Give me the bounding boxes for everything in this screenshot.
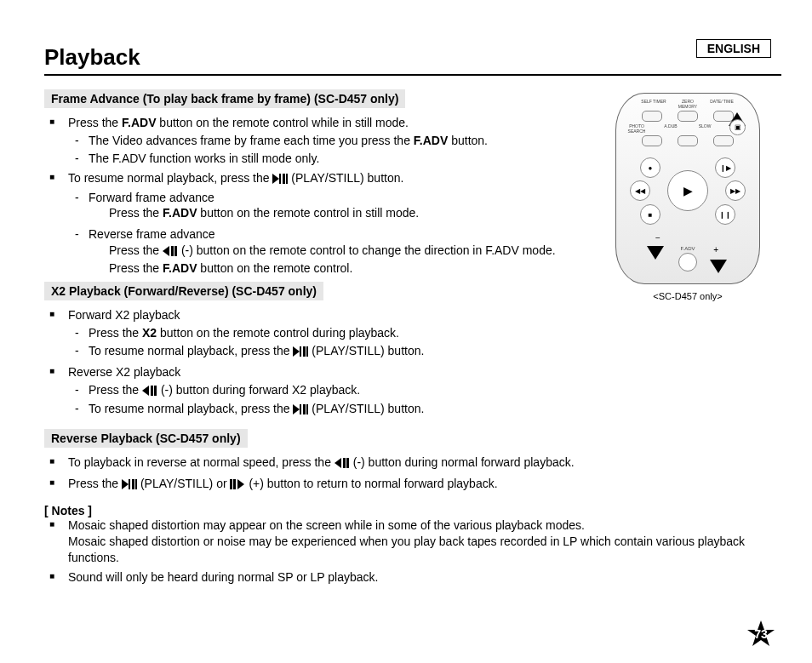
svg-rect-20	[346, 458, 349, 468]
x2-item-1-d2: To resume normal playback, press the (PL…	[68, 343, 587, 361]
page-number: 73	[754, 627, 768, 641]
remote-btn-x2: ▣	[729, 119, 746, 135]
heading-reverse: Reverse Playback (SC-D457 only)	[44, 429, 248, 448]
remote-fadv-area: F.ADV	[678, 246, 697, 271]
remote-btn-play: ▶	[667, 170, 708, 211]
remote-label-fadv: F.ADV	[680, 246, 695, 251]
x2-item-2-d2: To resume normal playback, press the (PL…	[68, 401, 587, 419]
reverse-pause-icon	[142, 384, 157, 400]
fa-item-2: To resume normal playback, press the (PL…	[44, 170, 587, 277]
svg-rect-12	[151, 386, 153, 396]
remote-btn-zero-memory	[678, 111, 698, 122]
svg-rect-9	[303, 346, 306, 357]
svg-marker-21	[122, 479, 129, 489]
remote-btn-pause: ❙❙	[715, 204, 735, 225]
reverse-item-1: To playback in reverse at normal speed, …	[44, 454, 781, 472]
svg-marker-14	[293, 404, 300, 414]
fa-item-1-d2: The F.ADV function works in still mode o…	[68, 151, 587, 167]
remote-btn-self-timer	[642, 111, 662, 122]
svg-rect-13	[154, 386, 157, 396]
figure-column: SELF TIMER ZERO MEMORY DATE/ TIME PHOTO …	[594, 84, 781, 424]
page-number-badge: 73	[747, 620, 775, 648]
remote-btn-stop: ■	[640, 204, 660, 225]
figure-caption: <SC-D457 only>	[594, 291, 781, 301]
fa-item-1: Press the F.ADV button on the remote con…	[44, 115, 587, 167]
fa-item-2-d1: Forward frame advance Press the F.ADV bu…	[68, 190, 587, 222]
x2-item-2-d1: Press the (-) button during forward X2 p…	[68, 382, 587, 400]
svg-rect-1	[279, 174, 281, 184]
svg-rect-2	[283, 174, 285, 184]
play-still-icon	[293, 345, 308, 361]
svg-marker-7	[293, 346, 300, 357]
svg-marker-0	[272, 174, 279, 184]
reverse-pause-icon	[163, 244, 178, 260]
remote-btn-slow	[713, 135, 734, 146]
svg-marker-27	[237, 479, 244, 489]
main-area: Frame Advance (To play back frame by fra…	[44, 84, 781, 424]
svg-rect-5	[171, 246, 174, 256]
fa-item-2-d2: Reverse frame advance Press the (-) butt…	[68, 226, 587, 277]
svg-rect-15	[300, 404, 301, 414]
x2-item-2: Reverse X2 playback Press the (-) button…	[44, 364, 587, 420]
remote-label-photo-search: PHOTO SEARCH	[623, 123, 650, 134]
remote-label-self-timer: SELF TIMER	[640, 99, 667, 109]
svg-marker-11	[142, 386, 149, 396]
svg-rect-10	[306, 346, 308, 357]
title-rule	[44, 74, 781, 76]
remote-btn-frame-forward: ❙▶	[715, 157, 735, 178]
notes-list: Mosaic shaped distortion may appear on t…	[44, 517, 781, 586]
forward-pause-icon	[230, 477, 245, 494]
remote-btn-rec: ●	[640, 157, 660, 178]
x2-list: Forward X2 playback Press the X2 button …	[44, 307, 587, 419]
remote-plus-label: +	[713, 245, 718, 254]
play-still-icon	[293, 403, 308, 419]
remote-btn-photo-search	[642, 135, 662, 146]
remote-label-date-time: DATE/ TIME	[708, 99, 735, 109]
remote-control-diagram: SELF TIMER ZERO MEMORY DATE/ TIME PHOTO …	[615, 93, 760, 284]
svg-rect-8	[300, 346, 301, 357]
play-still-icon	[122, 477, 137, 494]
text-column: Frame Advance (To play back frame by fra…	[44, 84, 587, 424]
remote-btn-fadv	[678, 253, 697, 271]
x2-item-1-d1: Press the X2 button on the remote contro…	[68, 325, 587, 341]
notes-title: [ Notes ]	[44, 504, 781, 517]
language-label: ENGLISH	[696, 39, 771, 58]
remote-label-zero-memory: ZERO MEMORY	[674, 99, 701, 109]
reverse-section: Reverse Playback (SC-D457 only) To playb…	[44, 429, 781, 494]
remote-label-slow: SLOW	[691, 123, 718, 134]
svg-rect-3	[286, 174, 288, 184]
svg-rect-26	[233, 479, 236, 489]
heading-frame-advance: Frame Advance (To play back frame by fra…	[44, 89, 405, 108]
fa-item-1-d1: The Video advances frame by frame each t…	[68, 133, 587, 149]
svg-marker-18	[335, 458, 341, 468]
heading-x2: X2 Playback (Forward/Reverse) (SC-D457 o…	[44, 282, 323, 300]
frame-advance-list: Press the F.ADV button on the remote con…	[44, 115, 587, 277]
svg-rect-17	[306, 404, 308, 414]
page-title: Playback	[44, 44, 781, 71]
play-still-icon	[272, 172, 288, 188]
svg-rect-25	[230, 479, 232, 489]
svg-rect-24	[135, 479, 137, 489]
reverse-list: To playback in reverse at normal speed, …	[44, 454, 781, 494]
svg-rect-6	[174, 246, 177, 256]
svg-marker-4	[163, 246, 169, 256]
svg-rect-19	[343, 458, 346, 468]
notes-item-2: Sound will only be heard during normal S…	[44, 569, 781, 586]
remote-minus-label: −	[655, 233, 660, 243]
reverse-pause-icon	[335, 456, 350, 472]
remote-btn-fast-forward: ▶▶	[725, 180, 746, 201]
notes-item-1: Mosaic shaped distortion may appear on t…	[44, 517, 781, 566]
remote-btn-adub	[678, 135, 698, 146]
manual-page: ENGLISH Playback Frame Advance (To play …	[0, 0, 812, 663]
remote-btn-rewind: ◀◀	[630, 180, 650, 201]
svg-rect-23	[132, 479, 134, 489]
svg-rect-16	[303, 404, 306, 414]
pointer-arrow-fadv-icon	[710, 260, 727, 273]
svg-rect-22	[129, 479, 130, 489]
remote-label-adub: A.DUB	[657, 123, 684, 134]
reverse-item-2: Press the (PLAY/STILL) or (+) button to …	[44, 476, 781, 494]
x2-item-1: Forward X2 playback Press the X2 button …	[44, 307, 587, 361]
pointer-arrow-minus-icon	[647, 246, 664, 260]
